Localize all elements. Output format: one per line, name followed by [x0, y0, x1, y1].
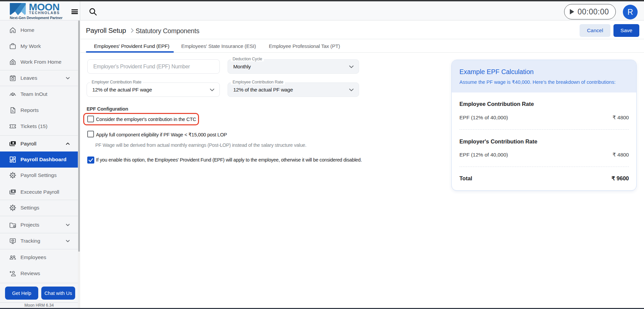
svg-text:Next-Gen Development Partner: Next-Gen Development Partner: [10, 16, 63, 20]
svg-text:TECHNOLABS: TECHNOLABS: [29, 11, 60, 15]
